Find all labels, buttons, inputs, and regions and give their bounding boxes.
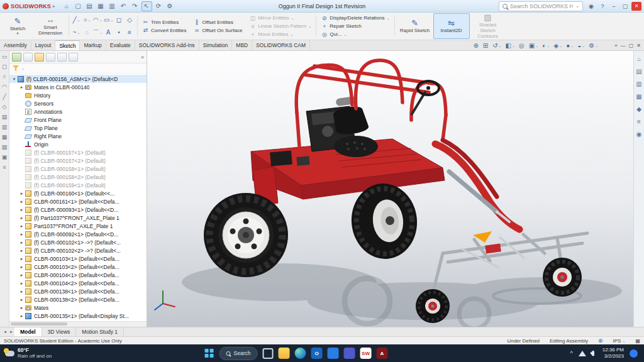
assembly-model[interactable] <box>147 51 633 327</box>
restore-icon[interactable]: ▢ <box>620 2 630 11</box>
login-icon[interactable]: ◉ <box>586 2 596 11</box>
tree-item[interactable]: (f) CLBR-000158<1> (Default) <box>9 165 147 173</box>
instant2d-button[interactable]: ⇋ Instant2D <box>433 13 470 39</box>
options-icon[interactable]: ⚙ <box>165 2 175 11</box>
construction-geometry-icon[interactable]: ≡ <box>125 26 135 39</box>
tree-item[interactable]: (f) CLBR-000157<1> (Default) <box>9 148 147 156</box>
sketch-button[interactable]: ✎ Sketch ▾ <box>1 13 34 39</box>
appearances-icon[interactable]: ◆ <box>636 106 641 112</box>
minimize-icon[interactable]: – <box>609 2 619 11</box>
document-tab[interactable]: Model <box>14 327 42 336</box>
custom-properties-icon[interactable]: ≡ <box>637 118 641 125</box>
view-settings-icon[interactable]: ⚙⌄ <box>589 42 598 49</box>
tree-item[interactable]: ▸ CLBR-000104<1> (Default<<Defa... <box>9 271 147 279</box>
expand-arrow-icon[interactable]: ▸ <box>19 256 25 261</box>
expand-arrow-icon[interactable]: ▸ <box>19 305 25 310</box>
tree-filter[interactable]: ⌄ <box>9 63 147 74</box>
sketch-tool-icon[interactable]: ◻ <box>2 64 6 70</box>
tab-scroll-left-icon[interactable]: ◂ <box>2 327 8 336</box>
edit-appearance-icon[interactable]: ●⌄ <box>566 42 574 49</box>
tree-item[interactable]: Origin <box>9 140 147 148</box>
outlook-icon[interactable]: O <box>311 348 323 359</box>
mirror-entities-button[interactable]: ◫ Mirror Entities ⌄ <box>247 14 314 22</box>
repair-sketch-button[interactable]: + Repair Sketch <box>318 23 392 30</box>
tree-item[interactable]: ▸ Mates in CLBR-000140 <box>9 83 147 91</box>
tree-item[interactable]: ▸ CLBR-000103<2> (Default<<Defa... <box>9 263 147 271</box>
store-icon[interactable] <box>328 348 339 359</box>
spline-icon[interactable]: ~⌄ <box>71 26 82 39</box>
expand-arrow-icon[interactable]: ▸ <box>19 191 25 196</box>
units-selector[interactable]: IPS⌄ <box>613 338 626 344</box>
arc-icon[interactable]: ◠⌄ <box>92 14 103 26</box>
ellipse-icon[interactable]: ◌ <box>82 26 92 39</box>
grid-tool-icon[interactable]: ▤ <box>2 114 8 120</box>
expand-arrow-icon[interactable]: ▸ <box>19 281 25 286</box>
plane-tool-icon[interactable]: ▣ <box>2 155 8 160</box>
tree-item[interactable]: (f) CLBR-000157<2> (Default) <box>9 156 147 165</box>
point-icon[interactable]: • <box>114 26 125 39</box>
quick-snaps-button[interactable]: ◎ Qui... ⌄ <box>318 31 392 38</box>
select-tool-icon[interactable]: ↖ <box>142 1 152 11</box>
tree-item[interactable]: ▾ (f) CLBR-000156_ASM<1> (Default<D <box>9 75 147 83</box>
tree-item[interactable]: ▸ CLBR-000103<1> (Default<<Defa... <box>9 255 147 263</box>
dynamic-annotation-icon[interactable]: ◎ <box>519 42 525 49</box>
previous-view-icon[interactable]: ↺⌄ <box>492 42 501 49</box>
clock[interactable]: 12:36 PM 3/2/2023 <box>602 347 624 359</box>
tree-item[interactable]: Front Plane <box>9 116 147 124</box>
tree-item[interactable]: ▸ (f) CLBR-000102<2> ->? (Default<... <box>9 246 147 255</box>
scrollbar-thumb[interactable] <box>11 322 67 326</box>
expand-arrow-icon[interactable]: ▸ <box>19 248 25 253</box>
displaymanager-tab-icon[interactable] <box>57 53 67 62</box>
polygon-tool-icon[interactable]: ◇ <box>3 104 7 110</box>
file-explorer-icon[interactable] <box>279 348 290 359</box>
undo-icon[interactable]: ↶ <box>119 2 128 11</box>
tree-item[interactable]: (f) CLBR-000158<2> (Default) <box>9 173 147 181</box>
shaded-sketch-contours-button[interactable]: ▨ Shaded Sketch Contours <box>470 13 506 39</box>
tree-item[interactable]: Annotations <box>9 107 147 116</box>
hidden-icons-chevron-icon[interactable]: ^ <box>570 350 573 356</box>
hide-show-items-icon[interactable]: ◈⌄ <box>553 42 562 49</box>
pane-collapse-icon[interactable]: « <box>614 43 617 48</box>
tree-item[interactable]: ▸ (f) CLBR-000160<1> (Default<<... <box>9 189 147 197</box>
command-tab[interactable]: SOLIDWORKS CAM <box>252 40 310 50</box>
apply-scene-icon[interactable]: ◒⌄ <box>577 42 585 49</box>
tree-item[interactable]: ▸ CLBR-000135<1> (Default<Display St... <box>9 312 147 320</box>
design-library-icon[interactable]: ▤ <box>636 68 641 75</box>
command-tab[interactable]: SOLIDWORKS Add-Ins <box>135 40 199 50</box>
display-delete-relations-button[interactable]: ⊘ Display/Delete Relations ⌄ <box>318 14 392 22</box>
circle-icon[interactable]: ○⌄ <box>82 14 92 26</box>
expand-arrow-icon[interactable]: ▸ <box>19 314 25 319</box>
doc-restore-icon[interactable]: ▢ <box>629 43 634 48</box>
tree-item[interactable]: ▸ CLBR-000138<1> (Default<<Defa... <box>9 287 147 295</box>
open-icon[interactable]: ▤ <box>85 2 94 11</box>
featuremanager-tab-icon[interactable] <box>12 53 21 62</box>
tree-scrollbar[interactable] <box>9 321 147 327</box>
line-icon[interactable]: ╱⌄ <box>71 14 82 26</box>
tree-item[interactable]: ▸ (f) CLBR-000092<1> (Default<<D... <box>9 230 147 238</box>
expand-arrow-icon[interactable]: ▸ <box>19 273 25 278</box>
filter-caret-icon[interactable]: ⌄ <box>21 66 25 70</box>
expand-arrow-icon[interactable]: ▾ <box>11 77 17 82</box>
command-tab[interactable]: MBD <box>232 40 252 50</box>
document-tab[interactable]: 3D Views <box>42 327 77 336</box>
move-entities-button[interactable]: + Move Entities ⌄ <box>247 31 314 38</box>
expand-arrow-icon[interactable]: ▸ <box>19 289 25 294</box>
rapid-sketch-button[interactable]: ✎ Rapid Sketch <box>397 13 433 39</box>
command-tab[interactable]: Assembly <box>0 40 31 50</box>
tree-item[interactable]: ▸ (f) CLBR-000102<1> ->? (Default<... <box>9 238 147 246</box>
expand-arrow-icon[interactable]: ▸ <box>19 224 25 229</box>
tree-item[interactable]: ▸ CLBR-000104<2> (Default<<Defa... <box>9 279 147 287</box>
print-icon[interactable]: ▥ <box>108 2 117 11</box>
graphics-area[interactable] <box>147 51 633 327</box>
command-tab[interactable]: Simulation <box>199 40 233 50</box>
tab-scroll-right-icon[interactable]: ▸ <box>8 327 14 336</box>
hatch-tool-icon[interactable]: ▥ <box>2 124 8 130</box>
network-icon[interactable] <box>579 351 586 356</box>
taskbar-search[interactable]: Search <box>219 347 258 360</box>
fillet-icon[interactable]: ⌒⌄ <box>92 26 103 39</box>
file-explorer-pane-icon[interactable]: ▥ <box>636 80 641 87</box>
tree-item[interactable]: Top Plane <box>9 124 147 132</box>
command-tab[interactable]: Evaluate <box>106 40 135 50</box>
tree-item[interactable]: Right Plane <box>9 132 147 140</box>
file-menu-arrow-icon[interactable]: ▸ <box>53 4 55 9</box>
